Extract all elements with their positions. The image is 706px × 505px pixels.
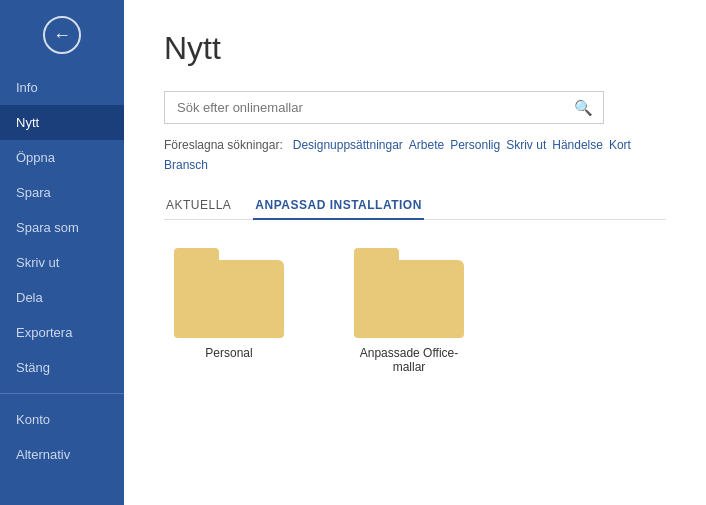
folder-label-anpassade: Anpassade Office-mallar bbox=[344, 346, 474, 374]
folder-body bbox=[174, 260, 284, 338]
sidebar-item-info[interactable]: Info bbox=[0, 70, 124, 105]
sidebar-item-skriv-ut[interactable]: Skriv ut bbox=[0, 245, 124, 280]
search-button[interactable]: 🔍 bbox=[564, 93, 603, 123]
suggested-link-arbete[interactable]: Arbete bbox=[409, 138, 444, 152]
folder-label-personal: Personal bbox=[205, 346, 252, 360]
search-bar: 🔍 bbox=[164, 91, 604, 124]
suggested-link-personlig[interactable]: Personlig bbox=[450, 138, 500, 152]
folder-icon-anpassade bbox=[354, 248, 464, 338]
back-circle-icon[interactable]: ← bbox=[43, 16, 81, 54]
sidebar-item-spara-som[interactable]: Spara som bbox=[0, 210, 124, 245]
suggested-link-handelse[interactable]: Händelse bbox=[552, 138, 603, 152]
sidebar-item-dela[interactable]: Dela bbox=[0, 280, 124, 315]
suggested-searches: Föreslagna sökningar: Designuppsättninga… bbox=[164, 138, 666, 172]
sidebar-item-spara[interactable]: Spara bbox=[0, 175, 124, 210]
suggested-link-kort[interactable]: Kort bbox=[609, 138, 631, 152]
folder-icon-personal bbox=[174, 248, 284, 338]
tab-anpassad[interactable]: ANPASSAD INSTALLATION bbox=[253, 192, 424, 220]
folder-item-anpassade[interactable]: Anpassade Office-mallar bbox=[344, 248, 474, 374]
sidebar-item-konto[interactable]: Konto bbox=[0, 402, 124, 437]
search-input[interactable] bbox=[165, 92, 564, 123]
sidebar-item-alternativ[interactable]: Alternativ bbox=[0, 437, 124, 472]
sidebar: ← Info Nytt Öppna Spara Spara som Skriv … bbox=[0, 0, 124, 505]
suggested-link-bransch[interactable]: Bransch bbox=[164, 158, 208, 172]
tabs: AKTUELLA ANPASSAD INSTALLATION bbox=[164, 192, 666, 220]
sidebar-item-nytt[interactable]: Nytt bbox=[0, 105, 124, 140]
back-button[interactable]: ← bbox=[0, 0, 124, 70]
sidebar-item-exportera[interactable]: Exportera bbox=[0, 315, 124, 350]
sidebar-item-oppna[interactable]: Öppna bbox=[0, 140, 124, 175]
folder-body-2 bbox=[354, 260, 464, 338]
page-title: Nytt bbox=[164, 30, 666, 67]
main-content: Nytt 🔍 Föreslagna sökningar: Designuppsä… bbox=[124, 0, 706, 505]
sidebar-nav: Info Nytt Öppna Spara Spara som Skriv ut… bbox=[0, 70, 124, 505]
sidebar-divider bbox=[0, 393, 124, 394]
suggested-link-designuppsattningar[interactable]: Designuppsättningar bbox=[293, 138, 403, 152]
tab-aktuella[interactable]: AKTUELLA bbox=[164, 192, 233, 220]
sidebar-item-stang[interactable]: Stäng bbox=[0, 350, 124, 385]
folder-grid: Personal Anpassade Office-mallar bbox=[164, 248, 666, 374]
folder-item-personal[interactable]: Personal bbox=[164, 248, 294, 374]
suggested-link-skriv-ut[interactable]: Skriv ut bbox=[506, 138, 546, 152]
suggested-label: Föreslagna sökningar: bbox=[164, 138, 283, 152]
